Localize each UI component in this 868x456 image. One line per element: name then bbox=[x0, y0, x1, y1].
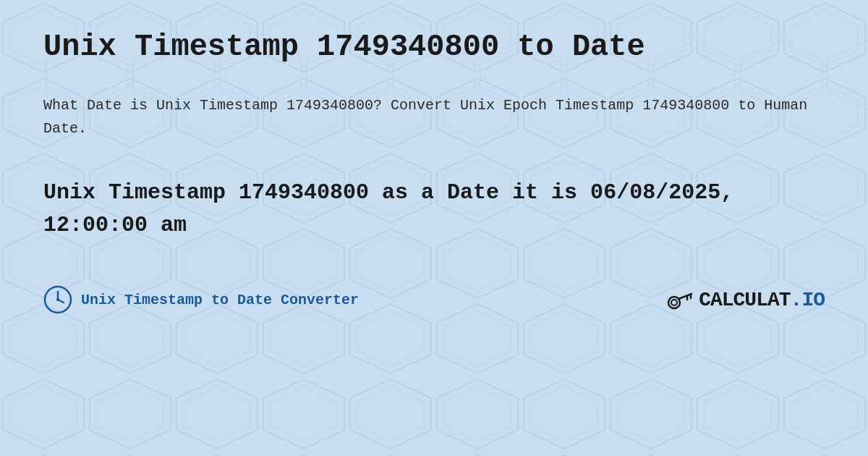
page-title: Unix Timestamp 1749340800 to Date bbox=[43, 29, 825, 65]
clock-icon bbox=[43, 285, 72, 314]
result-text: Unix Timestamp 1749340800 as a Date it i… bbox=[43, 177, 825, 242]
logo-text: CALCULAT.IO bbox=[699, 289, 825, 311]
description-text: What Date is Unix Timestamp 1749340800? … bbox=[43, 94, 825, 140]
logo-area: CALCULAT.IO bbox=[667, 287, 825, 313]
footer-label: Unix Timestamp to Date Converter bbox=[81, 292, 359, 308]
logo-icon bbox=[667, 287, 693, 313]
main-content: Unix Timestamp 1749340800 to Date What D… bbox=[0, 0, 868, 343]
svg-point-16 bbox=[56, 298, 59, 301]
svg-line-19 bbox=[678, 294, 692, 299]
svg-point-18 bbox=[671, 300, 677, 305]
result-block: Unix Timestamp 1749340800 as a Date it i… bbox=[43, 177, 825, 242]
footer-left: Unix Timestamp to Date Converter bbox=[43, 285, 359, 314]
footer: Unix Timestamp to Date Converter CALCULA… bbox=[43, 278, 825, 314]
